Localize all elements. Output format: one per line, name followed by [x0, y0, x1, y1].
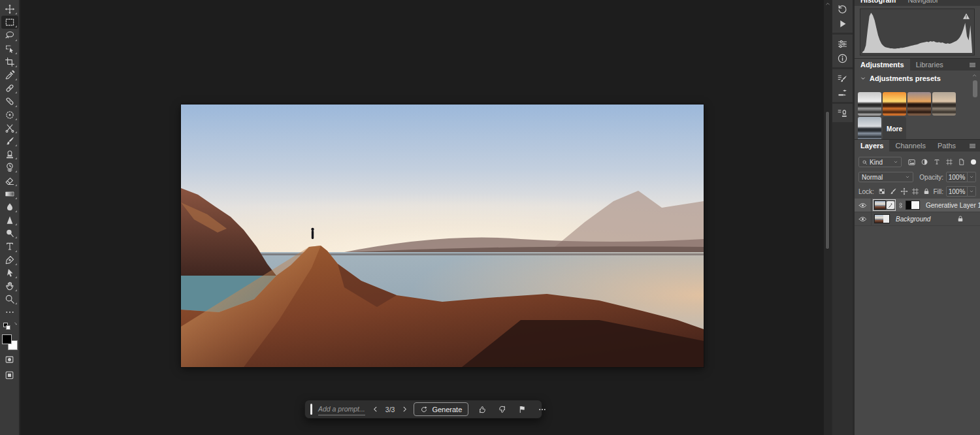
tool-remove-icon[interactable]	[1, 108, 18, 121]
layer-thumbnail-group[interactable]	[873, 199, 896, 211]
tool-history-brush-icon[interactable]	[1, 161, 18, 174]
tool-dodge-icon[interactable]	[1, 227, 18, 240]
layer-name[interactable]: Background	[896, 216, 930, 223]
preset-muted-film-thumbnail[interactable]	[932, 92, 956, 116]
layer-name[interactable]: Generative Layer 1	[926, 202, 980, 209]
preset-cool-tone-thumbnail[interactable]	[858, 117, 881, 139]
panel-actions-icon[interactable]	[834, 16, 851, 31]
tab-layers[interactable]: Layers	[855, 140, 889, 152]
blend-mode-dropdown[interactable]: Normal	[858, 172, 913, 182]
layer-mask-link-icon[interactable]	[897, 202, 904, 209]
color-swatches[interactable]	[1, 334, 18, 351]
lock-all-icon[interactable]	[921, 187, 932, 197]
filter-kind-dropdown[interactable]: Kind	[858, 157, 902, 167]
preset-vivid-sunset-thumbnail[interactable]	[883, 92, 906, 116]
tool-clone-stamp-icon[interactable]	[1, 148, 18, 161]
panel-history-icon[interactable]	[834, 2, 851, 16]
tool-move-icon[interactable]	[1, 3, 18, 16]
panel-clone-source-icon[interactable]	[834, 106, 851, 120]
thumbs-up-button[interactable]	[478, 405, 487, 414]
tool-spot-healing-icon[interactable]	[1, 82, 18, 95]
panel-properties-icon[interactable]	[834, 37, 851, 51]
prompt-input[interactable]: Add a prompt...	[318, 403, 365, 415]
tool-brush-icon[interactable]	[1, 135, 18, 148]
filter-adjustment-layers-icon[interactable]	[918, 157, 930, 167]
tool-eraser-icon[interactable]	[1, 174, 18, 187]
layers-panel-menu-icon[interactable]	[968, 140, 980, 152]
screen-mode-button[interactable]	[1, 369, 18, 382]
tool-eyedropper-icon[interactable]	[1, 69, 18, 82]
fill-input[interactable]: 100%	[946, 186, 976, 197]
next-variation-button[interactable]	[401, 406, 408, 413]
tool-path-selection-icon[interactable]	[1, 266, 18, 280]
preset-warm-contrast-thumbnail[interactable]	[907, 92, 931, 116]
histogram-warning-icon[interactable]	[962, 12, 970, 20]
opacity-value[interactable]: 100%	[946, 172, 968, 182]
contextual-task-bar[interactable]: Add a prompt... 3/3 Generate	[304, 400, 542, 419]
tool-gradient-icon[interactable]	[1, 187, 18, 201]
layer-visibility-icon[interactable]	[855, 212, 872, 226]
tool-lasso-icon[interactable]	[1, 29, 18, 42]
panel-brushes-icon[interactable]	[834, 86, 851, 100]
filter-switch-toggle[interactable]	[971, 159, 976, 165]
adjustments-presets-header[interactable]: Adjustments presets	[860, 74, 941, 82]
layer-thumbnail[interactable]	[874, 201, 886, 210]
panel-brush-settings-icon[interactable]	[834, 71, 851, 86]
taskbar-drag-handle[interactable]	[310, 404, 312, 415]
generate-button[interactable]: Generate	[414, 402, 468, 416]
layer-row-background[interactable]: Background	[855, 212, 980, 226]
tool-object-selection-icon[interactable]	[1, 42, 18, 56]
default-background-swatch[interactable]	[6, 325, 10, 330]
fill-dropdown-icon[interactable]	[968, 186, 976, 197]
canvas-scrollbar[interactable]	[824, 0, 832, 435]
swap-swatches-icon[interactable]	[11, 321, 17, 327]
lock-position-icon[interactable]	[899, 187, 910, 197]
layer-thumbnail[interactable]	[874, 214, 890, 223]
quick-mask-mode-button[interactable]	[1, 353, 18, 366]
tab-libraries[interactable]: Libraries	[910, 59, 949, 71]
tool-marquee-icon[interactable]	[1, 16, 18, 29]
preset-black-white-thumbnail[interactable]	[858, 92, 881, 116]
layer-mask-thumbnail[interactable]	[906, 201, 920, 210]
collapse-chevron-icon[interactable]	[860, 75, 866, 82]
scroll-up-icon[interactable]	[825, 1, 831, 7]
tool-scissors-icon[interactable]	[1, 121, 18, 135]
tab-paths[interactable]: Paths	[932, 140, 962, 152]
tool-more-tools-icon[interactable]	[1, 306, 18, 319]
canvas-workspace[interactable]: Add a prompt... 3/3 Generate	[20, 0, 824, 435]
foreground-color-swatch[interactable]	[2, 334, 12, 344]
tool-crop-icon[interactable]	[1, 56, 18, 69]
lock-artboard-icon[interactable]	[910, 187, 921, 197]
fill-value[interactable]: 100%	[946, 186, 968, 197]
tool-hand-icon[interactable]	[1, 280, 18, 293]
panel-info-icon[interactable]	[834, 51, 851, 65]
more-options-button[interactable]	[538, 405, 547, 414]
tool-zoom-icon[interactable]	[1, 293, 18, 306]
previous-variation-button[interactable]	[372, 406, 379, 413]
opacity-input[interactable]: 100%	[946, 172, 976, 182]
report-flag-button[interactable]	[518, 405, 527, 413]
tool-healing-brush-icon[interactable]	[1, 95, 18, 108]
default-swatches-icon[interactable]	[3, 323, 16, 332]
filter-smart-objects-icon[interactable]	[955, 157, 968, 167]
adjustments-scroll-up-icon[interactable]	[972, 72, 977, 78]
adjustments-panel-menu-icon[interactable]	[968, 59, 980, 71]
layer-row-generative-layer-1[interactable]: Generative Layer 1	[855, 199, 980, 212]
thumbs-down-button[interactable]	[498, 405, 507, 414]
document-canvas[interactable]	[181, 105, 704, 367]
lock-transparent-pixels-icon[interactable]	[877, 187, 888, 197]
adjustments-scrollbar-thumb[interactable]	[973, 80, 977, 97]
tool-type-icon[interactable]	[1, 240, 18, 253]
tab-channels[interactable]: Channels	[889, 140, 931, 152]
more-presets-button[interactable]: More	[883, 117, 906, 139]
tool-blur-icon[interactable]	[1, 201, 18, 214]
layer-visibility-icon[interactable]	[855, 199, 872, 212]
tab-adjustments[interactable]: Adjustments	[855, 59, 910, 71]
opacity-dropdown-icon[interactable]	[968, 172, 976, 182]
filter-type-layers-icon[interactable]	[930, 157, 943, 167]
scrollbar-thumb[interactable]	[825, 111, 830, 250]
filter-shape-layers-icon[interactable]	[943, 157, 955, 167]
filter-pixel-layers-icon[interactable]	[906, 157, 918, 167]
lock-image-pixels-icon[interactable]	[888, 187, 899, 197]
tool-pen-icon[interactable]	[1, 253, 18, 266]
